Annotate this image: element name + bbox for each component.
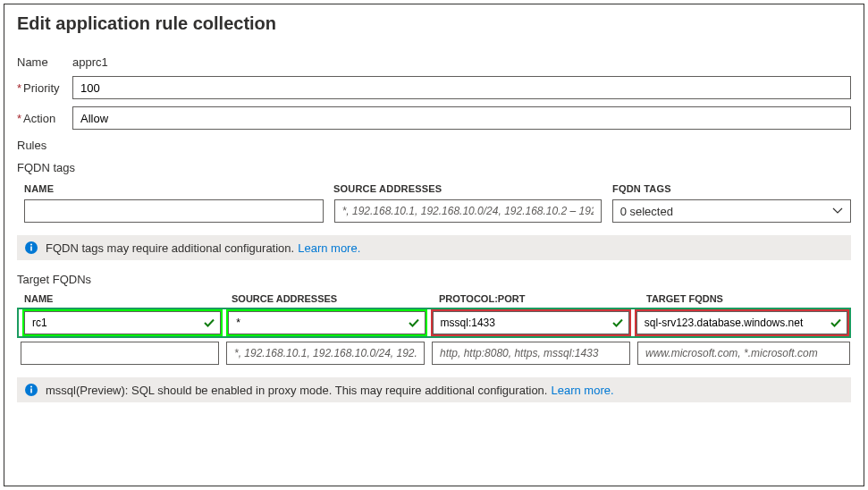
check-icon <box>830 317 842 329</box>
rule-source-input[interactable] <box>228 311 425 334</box>
col-source: SOURCE ADDRESSES <box>333 183 612 194</box>
action-input[interactable] <box>72 106 851 130</box>
edit-rule-panel: Edit application rule collection Name ap… <box>4 4 864 486</box>
col-tags: FQDN TAGS <box>612 183 671 194</box>
svg-rect-1 <box>30 247 32 251</box>
rule-target-input-new[interactable] <box>637 342 850 365</box>
fqdn-tags-row: 0 selected <box>17 199 851 223</box>
action-label: *Action <box>17 112 72 125</box>
check-icon <box>611 317 624 329</box>
check-icon <box>203 317 215 329</box>
priority-row: *Priority <box>17 76 851 99</box>
fqdn-learn-more-link[interactable]: Learn more. <box>298 241 360 255</box>
target-fqdns-label: Target FQDNs <box>17 273 851 286</box>
mssql-learn-more-link[interactable]: Learn more. <box>551 384 613 397</box>
mssql-info-bar: mssql(Preview): SQL should be enabled in… <box>17 377 851 402</box>
mssql-info-text: mssql(Preview): SQL should be enabled in… <box>46 384 547 397</box>
priority-input[interactable] <box>72 76 851 99</box>
th-source: SOURCE ADDRESSES <box>232 293 439 304</box>
fqdn-info-text: FQDN tags may require additional configu… <box>46 241 294 255</box>
rule-name-input[interactable] <box>24 311 221 334</box>
name-value: apprc1 <box>72 55 108 69</box>
svg-point-2 <box>30 244 32 246</box>
fqdn-info-bar: FQDN tags may require additional configu… <box>17 235 851 260</box>
name-row: Name apprc1 <box>17 55 851 69</box>
action-row: *Action <box>17 106 851 130</box>
rule-protocol-input-new[interactable] <box>432 342 630 365</box>
check-icon <box>408 317 420 329</box>
rule-target-input[interactable] <box>636 311 847 334</box>
svg-point-5 <box>30 386 32 388</box>
chevron-down-icon <box>832 206 843 216</box>
rules-label: Rules <box>17 139 851 152</box>
priority-label: *Priority <box>17 81 72 95</box>
highlighted-row <box>19 309 849 336</box>
rule-protocol-input[interactable] <box>433 311 629 334</box>
th-target: TARGET FQDNS <box>646 293 723 304</box>
fqdn-name-input[interactable] <box>24 199 324 223</box>
page-title: Edit application rule collection <box>17 13 851 34</box>
target-row-empty <box>17 342 851 365</box>
rule-name-input-new[interactable] <box>21 342 219 365</box>
name-label: Name <box>17 55 72 69</box>
rule-source-input-new[interactable] <box>226 342 425 365</box>
target-fqdns-section: Target FQDNs NAME SOURCE ADDRESSES PROTO… <box>17 273 851 402</box>
fqdn-tags-headers: NAME SOURCE ADDRESSES FQDN TAGS <box>17 176 851 199</box>
target-row-filled <box>21 311 847 334</box>
th-name: NAME <box>24 293 232 304</box>
th-protocol: PROTOCOL:PORT <box>439 293 646 304</box>
fqdn-source-input[interactable] <box>334 199 602 223</box>
fqdn-tags-select[interactable]: 0 selected <box>612 199 851 223</box>
fqdn-tags-selected: 0 selected <box>620 205 673 218</box>
col-name: NAME <box>24 183 333 194</box>
svg-rect-4 <box>30 389 32 393</box>
target-headers: NAME SOURCE ADDRESSES PROTOCOL:PORT TARG… <box>17 288 851 309</box>
info-icon <box>24 241 38 255</box>
fqdn-tags-label: FQDN tags <box>17 161 851 174</box>
info-icon <box>24 383 38 397</box>
